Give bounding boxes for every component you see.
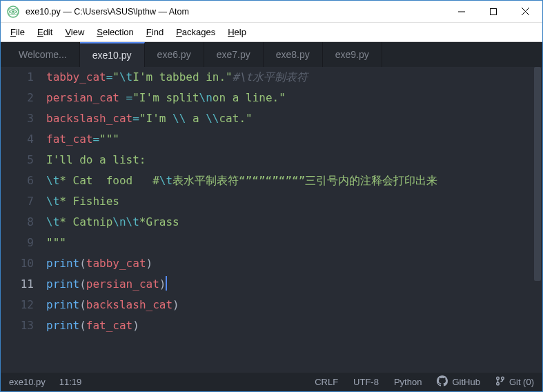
editor-area: Welcome...exe10.pyexe6.pyexe7.pyexe8.pye… [1, 42, 542, 373]
text-cursor [166, 276, 167, 291]
line-number: 11 [1, 274, 34, 295]
status-grammar[interactable]: Python [394, 377, 422, 387]
window-title: exe10.py — C:\Users\ASUS\lpthw — Atom [24, 7, 446, 17]
menu-label: election [103, 27, 134, 37]
svg-rect-5 [491, 8, 497, 14]
code-line[interactable]: \t* Fishies [46, 191, 542, 212]
menu-label: ackages [182, 27, 215, 37]
status-eol[interactable]: CRLF [315, 377, 338, 387]
status-git-label: Git (0) [509, 377, 534, 387]
status-github-label: GitHub [452, 377, 480, 387]
minimize-button[interactable] [446, 1, 477, 22]
menubar: File Edit View Selection Find Packages H… [1, 23, 542, 42]
close-button[interactable] [509, 1, 541, 22]
github-icon [437, 375, 448, 389]
status-cursor[interactable]: 11:19 [59, 377, 82, 387]
code-line[interactable]: I'll do a list: [46, 150, 542, 170]
line-number: 5 [1, 150, 34, 170]
code-line[interactable]: \t* Catnip\n\t*Grass [46, 212, 542, 233]
menu-label: elp [235, 27, 246, 37]
tab-exe6-py[interactable]: exe6.py [145, 42, 204, 67]
menu-label: ind [152, 27, 164, 37]
code-line[interactable]: print(backslash_cat) [46, 295, 542, 315]
code-line[interactable]: print(persian_cat) [46, 274, 542, 295]
code-line[interactable]: backslash_cat="I'm \\ a \\cat." [46, 108, 542, 129]
svg-point-1 [12, 10, 14, 13]
scrollbar-thumb[interactable] [534, 67, 541, 281]
tab-exe9-py[interactable]: exe9.py [323, 42, 382, 67]
svg-point-10 [502, 377, 504, 380]
line-number: 2 [1, 88, 34, 108]
svg-point-8 [497, 377, 500, 380]
code-line[interactable]: \t* Cat food #\t表水平制表符“”“”“”“”“”三引号内的注释会… [46, 170, 542, 191]
tab-exe7-py[interactable]: exe7.py [204, 42, 264, 67]
menu-label: ile [16, 27, 25, 37]
status-file[interactable]: exe10.py [9, 377, 46, 387]
line-number: 8 [1, 212, 34, 233]
tabs: Welcome...exe10.pyexe6.pyexe7.pyexe8.pye… [1, 42, 542, 67]
maximize-button[interactable] [477, 1, 509, 22]
svg-point-9 [497, 382, 500, 385]
tab-exe10-py[interactable]: exe10.py [80, 42, 145, 67]
menu-packages[interactable]: Packages [170, 25, 221, 39]
tab-welcome-[interactable]: Welcome... [6, 42, 80, 67]
line-number: 1 [1, 67, 34, 88]
line-number: 13 [1, 315, 34, 336]
line-number: 4 [1, 129, 34, 150]
code-area[interactable]: 12345678910111213 tabby_cat="\tI'm tabbe… [1, 67, 542, 373]
code-line[interactable]: tabby_cat="\tI'm tabbed in."#\t水平制表符 [46, 67, 542, 88]
menu-view[interactable]: View [59, 25, 90, 39]
titlebar: exe10.py — C:\Users\ASUS\lpthw — Atom [1, 1, 542, 23]
line-number: 12 [1, 295, 34, 315]
status-encoding[interactable]: UTF-8 [353, 377, 379, 387]
gutter: 12345678910111213 [1, 67, 46, 373]
line-number: 9 [1, 233, 34, 253]
menu-edit[interactable]: Edit [32, 25, 58, 39]
code-line[interactable]: """ [46, 233, 542, 253]
code-line[interactable]: persian_cat ="I'm split\non a line." [46, 88, 542, 108]
menu-label: iew [71, 27, 85, 37]
status-git[interactable]: Git (0) [495, 376, 534, 388]
window-controls [446, 1, 541, 22]
menu-find[interactable]: Find [141, 25, 169, 39]
menu-help[interactable]: Help [222, 25, 252, 39]
line-number: 6 [1, 170, 34, 191]
app-icon [6, 5, 20, 19]
code-line[interactable]: print(tabby_cat) [46, 253, 542, 274]
line-number: 7 [1, 191, 34, 212]
line-number: 10 [1, 253, 34, 274]
menu-label: dit [43, 27, 53, 37]
status-github[interactable]: GitHub [437, 375, 480, 389]
tab-exe8-py[interactable]: exe8.py [264, 42, 323, 67]
git-branch-icon [495, 376, 505, 388]
code-line[interactable]: print(fat_cat) [46, 315, 542, 336]
vertical-scrollbar[interactable] [533, 67, 542, 373]
code-line[interactable]: fat_cat=""" [46, 129, 542, 150]
menu-selection[interactable]: Selection [91, 25, 139, 39]
line-number: 3 [1, 108, 34, 129]
statusbar: exe10.py 11:19 CRLF UTF-8 Python GitHub … [1, 373, 542, 391]
code[interactable]: tabby_cat="\tI'm tabbed in."#\t水平制表符pers… [46, 67, 542, 373]
menu-file[interactable]: File [5, 25, 30, 39]
